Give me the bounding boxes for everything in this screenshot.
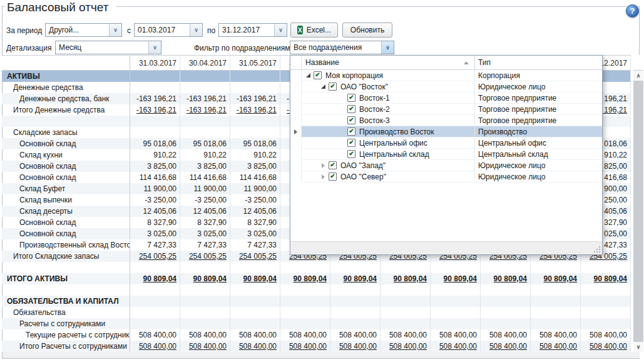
cell-value: 95 018,06 <box>130 138 180 149</box>
cell-value <box>481 284 531 296</box>
scroll-up-icon[interactable]: ∧ <box>633 71 643 81</box>
date-from-combo[interactable]: 01.03.2017 ∨ <box>134 23 203 37</box>
dept-filter-combo[interactable]: Все подразделения ∨ <box>290 41 394 54</box>
tree-item-label: ОАО "Север" <box>340 172 386 181</box>
checked-checkbox[interactable] <box>347 150 355 158</box>
cell-value: -163 196,21 <box>230 104 280 116</box>
cell-value <box>531 307 581 318</box>
tree-type-column-header[interactable]: Тип <box>475 56 602 69</box>
date-column-header[interactable]: 31.05.2017 <box>230 56 280 70</box>
tree-item[interactable]: Производство ВостокПроизводство <box>290 126 602 138</box>
tree-item[interactable]: ОАО "Запад"Юридическое лицо <box>290 160 602 171</box>
chevron-down-icon[interactable]: ∨ <box>190 24 202 36</box>
cell-value <box>381 284 431 296</box>
collapse-icon[interactable] <box>319 82 327 91</box>
row-label: Склад десерты <box>2 206 130 217</box>
row-label: Склад кухни <box>2 149 130 161</box>
cell-value <box>431 318 481 329</box>
chevron-down-icon[interactable]: ∨ <box>274 24 287 36</box>
cell-value <box>230 262 280 273</box>
cell-value: 508 400,00 <box>330 329 381 341</box>
cell-value: 254 005,25 <box>130 251 180 262</box>
chevron-down-icon[interactable]: ∨ <box>381 41 394 54</box>
table-row[interactable]: ИТОГО АКТИВЫ90 809,0490 809,0490 809,049… <box>2 273 631 284</box>
cell-value <box>180 284 230 296</box>
checked-checkbox[interactable] <box>347 116 355 124</box>
chevron-down-icon[interactable]: ∨ <box>148 41 161 54</box>
cell-value: -163 196,21 <box>180 93 230 104</box>
table-row[interactable] <box>2 284 631 296</box>
expand-icon[interactable] <box>319 161 327 169</box>
checked-checkbox[interactable] <box>347 139 355 147</box>
name-column-header[interactable] <box>2 56 130 70</box>
cell-value <box>130 296 180 307</box>
row-label: Основной склад <box>2 172 130 183</box>
date-column-header[interactable]: 31.03.2017 <box>130 56 180 70</box>
checked-checkbox[interactable] <box>329 161 337 169</box>
table-row[interactable]: Итого Расчеты с сотрудниками508 400,0050… <box>2 341 631 352</box>
help-icon[interactable]: ? <box>626 4 639 18</box>
dept-filter-value: Все подразделения <box>290 41 381 54</box>
tree-item[interactable]: Центральный офисЦентральный офис <box>290 138 602 149</box>
cell-value <box>330 318 381 329</box>
excel-button[interactable]: Excel... <box>290 22 338 38</box>
table-bottom-spacer <box>3 352 640 358</box>
chevron-down-icon[interactable]: ∨ <box>109 24 121 36</box>
checked-checkbox[interactable] <box>347 94 355 102</box>
scrollbar-thumb[interactable] <box>633 81 643 342</box>
refresh-button[interactable]: Обновить <box>342 22 392 38</box>
tree-item-name-cell: Центральный склад <box>302 149 475 160</box>
cell-value: 508 400,00 <box>481 341 531 352</box>
checked-checkbox[interactable] <box>314 71 322 79</box>
tree-item[interactable]: ОАО "Север"Юридическое лицо <box>290 171 602 182</box>
cell-value: 11 900,00 <box>230 183 280 194</box>
cell-value: 508 400,00 <box>330 341 381 352</box>
tree-item[interactable]: Центральный складЦентральный склад <box>290 149 602 160</box>
from-label: с <box>127 26 131 35</box>
table-row[interactable] <box>2 262 631 273</box>
period-combo[interactable]: Другой... ∨ <box>45 23 122 37</box>
cell-value <box>280 318 330 329</box>
expand-icon[interactable] <box>319 172 327 181</box>
collapse-icon[interactable] <box>304 71 312 79</box>
tree-item-type: Центральный офис <box>475 138 602 149</box>
checked-checkbox[interactable] <box>329 172 337 181</box>
cell-value: 508 400,00 <box>581 341 631 352</box>
checked-checkbox[interactable] <box>347 105 355 113</box>
cell-value: 254 005,25 <box>230 251 280 262</box>
cell-value: 90 809,04 <box>280 273 330 284</box>
tree-name-column-header[interactable]: Название <box>302 56 475 69</box>
table-row[interactable]: Обязательства <box>2 307 631 318</box>
row-label <box>2 262 130 273</box>
tree-item[interactable]: Восток-2Торговое предприятие <box>290 104 602 115</box>
date-to-combo[interactable]: 31.12.2017 ∨ <box>218 23 287 37</box>
cell-value <box>330 284 381 296</box>
tree-item-type: Центральный склад <box>475 149 602 160</box>
tree-empty-area <box>290 182 602 241</box>
tree-item[interactable]: Восток-3Торговое предприятие <box>290 115 602 126</box>
vertical-scrollbar[interactable]: ∧ ∨ <box>633 71 643 352</box>
tree-item-type: Торговое предприятие <box>475 115 602 126</box>
table-row[interactable]: Текущие расчеты с сотрудниками508 400,00… <box>2 329 631 341</box>
table-row[interactable]: ОБЯЗАТЕЛЬСТВА И КАПИТАЛ <box>2 296 631 307</box>
tree-row-gutter <box>290 92 302 104</box>
tree-item-name-cell: Восток-3 <box>302 115 475 126</box>
table-row[interactable]: Расчеты с сотрудниками <box>2 318 631 329</box>
scroll-down-icon[interactable]: ∨ <box>633 342 643 352</box>
tree-item[interactable]: Восток-1Торговое предприятие <box>290 92 602 104</box>
checked-checkbox[interactable] <box>329 82 337 91</box>
tree-header-row: Название Тип <box>290 56 602 70</box>
date-column-header[interactable]: 30.04.2017 <box>180 56 230 70</box>
row-label: АКТИВЫ <box>2 71 130 82</box>
tree-row-gutter <box>290 171 302 182</box>
tree-item[interactable]: ОАО "Восток"Юридическое лицо <box>290 81 602 92</box>
tree-item-type: Корпорация <box>475 70 602 81</box>
detail-combo[interactable]: Месяц ∨ <box>55 41 161 54</box>
resize-grip[interactable] <box>593 245 600 252</box>
cell-value: 508 400,00 <box>381 329 431 341</box>
tree-item-name-cell: Производство Восток <box>302 126 475 138</box>
cell-value: 910,22 <box>230 149 280 161</box>
tree-item[interactable]: Моя корпорацияКорпорация <box>290 70 602 81</box>
to-label: по <box>207 26 215 35</box>
checked-checkbox[interactable] <box>347 128 355 136</box>
